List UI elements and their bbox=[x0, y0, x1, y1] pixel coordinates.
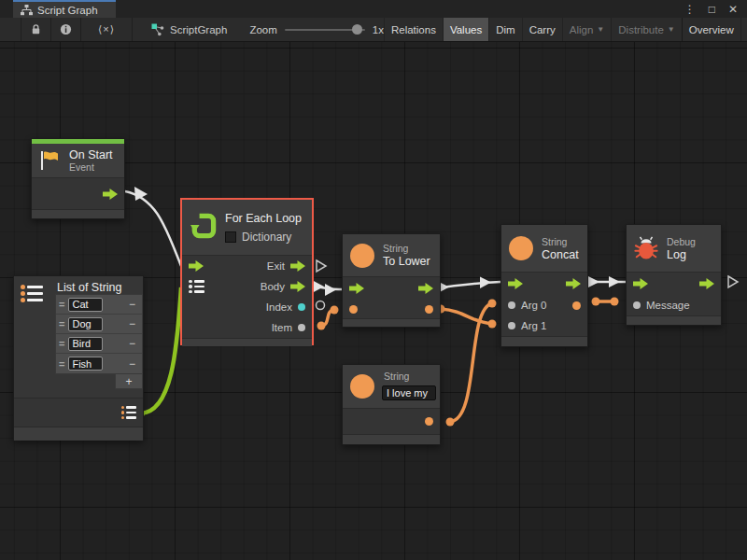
string-output-port[interactable] bbox=[425, 417, 433, 426]
remove-item-button[interactable]: − bbox=[129, 298, 139, 311]
node-title: On Start bbox=[69, 148, 113, 161]
string-icon bbox=[350, 374, 374, 399]
message-input-port[interactable] bbox=[633, 301, 641, 309]
port-label-arg1: Arg 1 bbox=[521, 320, 547, 331]
overview-button[interactable]: Overview bbox=[682, 18, 740, 41]
exit-output-port[interactable] bbox=[290, 260, 305, 272]
list-item-row: = − bbox=[56, 334, 142, 354]
remove-item-button[interactable]: − bbox=[129, 357, 139, 371]
remove-item-button[interactable]: − bbox=[129, 317, 139, 330]
graph-name-label: ScriptGraph bbox=[170, 24, 227, 35]
string-icon bbox=[350, 244, 374, 268]
dim-button[interactable]: Dim bbox=[488, 18, 521, 41]
lock-icon bbox=[30, 23, 42, 35]
drag-handle-icon[interactable]: = bbox=[59, 358, 64, 370]
list-output-port[interactable] bbox=[121, 406, 137, 420]
list-item-field[interactable] bbox=[68, 317, 103, 331]
zoom-slider-knob[interactable] bbox=[352, 24, 362, 35]
list-item-field[interactable] bbox=[68, 357, 103, 371]
graph-toolbar: ⟨×⟩ ScriptGraph Zoom 1x Relations Values… bbox=[0, 18, 747, 42]
zoom-slider[interactable] bbox=[285, 29, 365, 31]
relations-button[interactable]: Relations bbox=[384, 18, 443, 41]
list-input-port[interactable] bbox=[189, 280, 204, 294]
node-category: String bbox=[384, 371, 409, 382]
node-category: String bbox=[383, 243, 430, 254]
selection-outline: For Each Loop Dictionary Exit bbox=[180, 198, 314, 345]
flow-output-port[interactable] bbox=[566, 278, 581, 289]
node-for-each-loop[interactable]: For Each Loop Dictionary Exit bbox=[182, 200, 312, 343]
item-output-port[interactable] bbox=[298, 324, 305, 331]
info-icon bbox=[60, 23, 72, 35]
index-output-port[interactable] bbox=[298, 303, 305, 311]
node-title: To Lower bbox=[383, 255, 430, 268]
chevron-down-icon: ▼ bbox=[668, 25, 675, 34]
tab-bar: Script Graph ⋮ □ ✕ bbox=[0, 0, 747, 18]
node-string-literal[interactable]: String bbox=[342, 364, 441, 445]
chevron-down-icon: ▼ bbox=[597, 25, 604, 34]
hierarchy-icon bbox=[21, 5, 33, 16]
string-value-field[interactable] bbox=[382, 385, 436, 400]
arg1-input-port[interactable] bbox=[508, 322, 515, 329]
list-item-field[interactable] bbox=[68, 337, 103, 351]
code-preview-button[interactable]: ⟨×⟩ bbox=[81, 18, 133, 41]
node-string-to-lower[interactable]: String To Lower bbox=[342, 233, 441, 328]
info-button[interactable] bbox=[51, 18, 81, 41]
body-output-port[interactable] bbox=[290, 281, 305, 292]
align-button[interactable]: Align▼ bbox=[562, 18, 612, 41]
flow-input-port[interactable] bbox=[189, 260, 204, 272]
node-category: Debug bbox=[667, 236, 696, 247]
list-item-row: = − bbox=[56, 295, 142, 315]
flow-output-port[interactable] bbox=[103, 189, 118, 200]
flow-output-port[interactable] bbox=[699, 278, 714, 289]
flow-input-port[interactable] bbox=[349, 283, 364, 294]
list-editor: = − = − = − = bbox=[55, 294, 143, 389]
node-title: Log bbox=[667, 248, 696, 261]
flow-input-port[interactable] bbox=[633, 278, 648, 289]
port-label-index: Index bbox=[266, 301, 292, 313]
node-title: Concat bbox=[542, 248, 579, 261]
string-input-port[interactable] bbox=[349, 305, 358, 314]
arg0-input-port[interactable] bbox=[508, 301, 515, 309]
graph-canvas[interactable]: On Start Event List of String = bbox=[0, 42, 747, 560]
lock-button[interactable] bbox=[21, 18, 51, 41]
drag-handle-icon[interactable]: = bbox=[59, 299, 64, 310]
list-item-row: = − bbox=[56, 354, 142, 373]
list-item-field[interactable] bbox=[68, 298, 103, 312]
script-graph-window: Script Graph ⋮ □ ✕ ⟨×⟩ ScriptGraph Zoom … bbox=[0, 0, 747, 560]
distribute-button[interactable]: Distribute▼ bbox=[611, 18, 682, 41]
port-label-body: Body bbox=[261, 281, 285, 292]
zoom-label: Zoom bbox=[249, 24, 276, 35]
dictionary-checkbox[interactable] bbox=[225, 231, 236, 243]
window-menu-icon[interactable]: ⋮ bbox=[684, 4, 696, 15]
tab-script-graph[interactable]: Script Graph bbox=[13, 0, 116, 18]
port-label-exit: Exit bbox=[267, 260, 285, 272]
port-label-arg0: Arg 0 bbox=[521, 300, 547, 311]
drag-handle-icon[interactable]: = bbox=[59, 318, 64, 329]
list-icon bbox=[21, 285, 43, 302]
maximize-icon[interactable]: □ bbox=[709, 4, 715, 15]
tab-title: Script Graph bbox=[37, 5, 98, 16]
flow-input-port[interactable] bbox=[508, 278, 523, 289]
list-item-row: = − bbox=[56, 315, 142, 334]
values-button[interactable]: Values bbox=[443, 18, 488, 41]
node-debug-log[interactable]: Debug Log Message bbox=[626, 224, 722, 326]
node-title: For Each Loop bbox=[225, 212, 302, 225]
result-output-port[interactable] bbox=[572, 301, 581, 310]
close-icon[interactable]: ✕ bbox=[728, 4, 738, 15]
node-on-start[interactable]: On Start Event bbox=[31, 138, 125, 219]
node-string-concat[interactable]: String Concat Arg 0 Arg 1 bbox=[500, 224, 588, 347]
graph-name[interactable]: ScriptGraph bbox=[151, 18, 227, 41]
code-toggle-icon: ⟨×⟩ bbox=[98, 23, 115, 35]
remove-item-button[interactable]: − bbox=[129, 337, 139, 350]
flow-output-port[interactable] bbox=[418, 283, 433, 294]
scriptgraph-icon bbox=[151, 23, 164, 36]
loop-icon bbox=[190, 212, 218, 240]
fullscreen-button[interactable]: Full Screen bbox=[740, 18, 747, 41]
string-output-port[interactable] bbox=[425, 305, 433, 314]
port-label-message: Message bbox=[646, 300, 690, 311]
carry-button[interactable]: Carry bbox=[522, 18, 562, 41]
node-list-of-string[interactable]: List of String = − = − = bbox=[13, 275, 144, 441]
node-subtitle: Event bbox=[69, 161, 113, 173]
drag-handle-icon[interactable]: = bbox=[59, 338, 64, 349]
add-item-button[interactable]: + bbox=[115, 374, 143, 389]
